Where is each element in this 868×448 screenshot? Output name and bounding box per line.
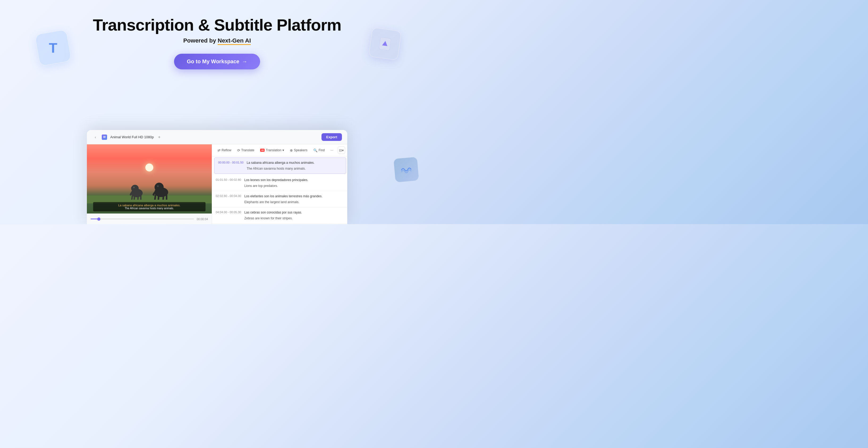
speakers-icon: ⊕ — [290, 148, 293, 152]
translation-chevron: ▾ — [282, 148, 284, 152]
elephant-left-svg — [127, 176, 148, 200]
file-icon: W — [102, 135, 107, 140]
video-subtitle-bar: La sabana africana alberga a muchos anim… — [93, 202, 206, 211]
titlebar: ‹ W Animal World Full HD 1080p + Export — [87, 130, 347, 144]
entry-original-1: Los leones son los depredadores principa… — [244, 178, 345, 182]
entry-original-2: Los elefantes son los animales terrestre… — [244, 194, 345, 199]
time-current: 00:00:04 — [196, 217, 208, 221]
subtitle-original: La sabana africana alberga a muchos anim… — [97, 204, 202, 207]
transcript-entry-3[interactable]: 04:04.00 - 00:05.30 Las cebras son conoc… — [212, 207, 347, 223]
reflow-button[interactable]: ⇄ Reflow — [215, 147, 234, 154]
elephants — [87, 168, 212, 200]
subtitle-translation: The African savanna hosts many animals. — [97, 207, 202, 210]
entry-translation-3: Zebras are known for their stripes. — [244, 216, 345, 221]
entry-time-0: 00:00.00 - 00:01.50 — [218, 160, 243, 171]
entry-translation-1: Lions are top predators. — [244, 183, 345, 188]
find-label: Find — [318, 148, 325, 152]
progress-track[interactable] — [91, 218, 194, 219]
filename-label: Animal World Full HD 1080p — [110, 135, 154, 139]
video-progress-bar[interactable]: 00:00:04 — [87, 213, 212, 224]
video-frame: La sabana africana alberga a muchos anim… — [87, 144, 212, 213]
entry-time-3: 04:04.00 - 00:05.30 — [216, 210, 241, 221]
translate-label: Translate — [241, 148, 254, 152]
svg-line-14 — [155, 196, 155, 200]
svg-line-7 — [134, 197, 134, 200]
entry-original-0: La sabana africana alberga a muchos anim… — [247, 160, 342, 165]
entry-time-2: 02:02.80 - 00:04.00 — [216, 194, 241, 205]
transcript-entry-2[interactable]: 02:02.80 - 00:04.00 Los elefantes son lo… — [212, 191, 347, 207]
view-toggle-button[interactable]: ⊟▾ — [338, 147, 345, 154]
svg-point-5 — [133, 187, 135, 188]
svg-line-16 — [163, 196, 163, 200]
entry-translation-2: Elephants are the largest land animals. — [244, 200, 345, 205]
hero-title: Transcription & Subtitle Platform — [93, 16, 341, 34]
export-button[interactable]: Export — [321, 133, 342, 141]
translate-icon: ⟳ — [237, 148, 240, 152]
transcript-toolbar: ⇄ Reflow ⟳ Translate AI Translation ▾ ⊕ … — [212, 144, 347, 156]
entry-translation-0: The African savanna hosts many animals. — [247, 166, 342, 171]
file-icon-letter: W — [103, 136, 105, 139]
reflow-icon: ⇄ — [218, 148, 220, 152]
entry-text-0: La sabana africana alberga a muchos anim… — [247, 160, 342, 171]
svg-point-13 — [157, 185, 159, 187]
subtitle-prefix: Powered by — [183, 37, 218, 44]
reflow-label: Reflow — [222, 148, 231, 152]
progress-thumb[interactable] — [97, 217, 100, 221]
subtitle-highlight: Next-Gen AI — [218, 37, 251, 44]
find-icon: 🔍 — [313, 148, 317, 152]
back-button[interactable]: ‹ — [92, 134, 99, 140]
transcript-entry-0[interactable]: 00:00.00 - 00:01.50 La sabana africana a… — [214, 157, 346, 174]
entry-time-1: 01:01.50 - 00:02.80 — [216, 178, 241, 188]
svg-line-6 — [132, 196, 132, 200]
add-tab-button[interactable]: + — [158, 135, 160, 140]
transcript-panel: ⇄ Reflow ⟳ Translate AI Translation ▾ ⊕ … — [212, 144, 347, 224]
translate-button[interactable]: ⟳ Translate — [235, 147, 257, 154]
elephant-right-svg — [150, 173, 172, 200]
svg-line-8 — [138, 197, 138, 200]
wave-svg — [401, 165, 412, 174]
preview-window: ‹ W Animal World Full HD 1080p + Export — [87, 130, 347, 224]
cta-arrow-icon: → — [242, 59, 247, 65]
entry-original-3: Las cebras son conocidas por sus rayas. — [244, 210, 345, 215]
transcript-entries: 00:00.00 - 00:01.50 La sabana africana a… — [212, 156, 347, 224]
transcript-entry-1[interactable]: 01:01.50 - 00:02.80 Los leones son los d… — [212, 175, 347, 191]
goto-workspace-button[interactable]: Go to My Workspace → — [174, 54, 260, 69]
speakers-button[interactable]: ⊕ Speakers — [287, 147, 310, 154]
floating-wave-icon — [393, 157, 419, 183]
find-button[interactable]: 🔍 Find — [311, 147, 327, 154]
video-panel: La sabana africana alberga a muchos anim… — [87, 144, 212, 224]
svg-line-15 — [158, 196, 159, 200]
translation-button[interactable]: AI Translation ▾ — [258, 147, 286, 153]
more-button[interactable]: ··· — [328, 147, 336, 153]
cta-label: Go to My Workspace — [187, 59, 239, 65]
view-toggle-icon: ⊟▾ — [339, 148, 344, 152]
speakers-label: Speakers — [294, 148, 307, 152]
entry-text-3: Las cebras son conocidas por sus rayas. … — [244, 210, 345, 221]
entry-text-2: Los elefantes son los animales terrestre… — [244, 194, 345, 205]
ai-badge: AI — [260, 149, 265, 152]
entry-text-1: Los leones son los depredadores principa… — [244, 178, 345, 188]
hero-section: Transcription & Subtitle Platform Powere… — [0, 0, 434, 69]
hero-subtitle: Powered by Next-Gen AI — [183, 37, 251, 44]
more-icon: ··· — [331, 148, 333, 152]
translation-label: Translation — [266, 148, 281, 152]
preview-body: La sabana africana alberga a muchos anim… — [87, 144, 347, 224]
